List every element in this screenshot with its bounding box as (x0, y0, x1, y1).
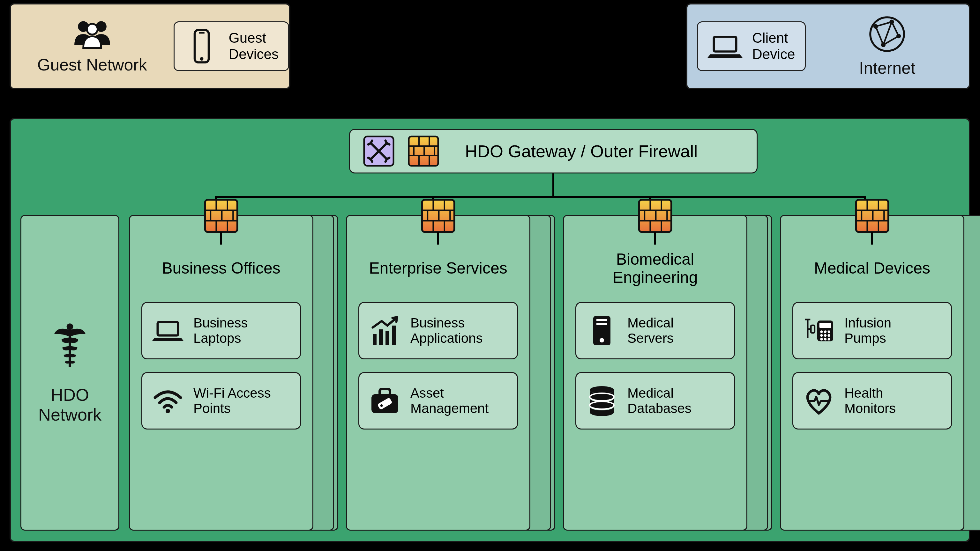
segment-3: Medical Devices Infusion Pumps Health Mo… (780, 215, 980, 530)
pump-icon (803, 315, 835, 346)
connector (600, 46, 687, 48)
phone-icon (184, 29, 219, 64)
router-icon (363, 135, 395, 167)
segment-item-label: Asset Management (410, 386, 488, 416)
globe-icon (868, 15, 906, 53)
segment-title: Biomedical Engineering (606, 248, 704, 289)
segment-item: Wi-Fi Access Points (142, 372, 301, 430)
guest-network-zone: Guest Network Guest Devices (10, 3, 290, 89)
server-icon (586, 315, 618, 346)
internet-zone: Client Device Internet (686, 3, 970, 89)
segment-title: Business Offices (156, 248, 286, 289)
segment-panel: Biomedical Engineering Medical Servers M… (563, 215, 748, 530)
segment-item-label: Medical Databases (627, 386, 692, 416)
svg-line-9 (892, 22, 899, 36)
svg-point-16 (881, 43, 886, 47)
segment-item: Infusion Pumps (792, 302, 952, 359)
people-icon (70, 18, 115, 50)
gateway-box: HDO Gateway / Outer Firewall (349, 129, 757, 173)
hdo-network-label: HDO Network (38, 385, 102, 424)
caduceus-icon (49, 321, 91, 372)
segment-item-label: Health Monitors (845, 386, 896, 416)
connector (600, 46, 602, 129)
segment-item-label: Business Applications (410, 315, 482, 346)
segment-item: Health Monitors (792, 372, 952, 430)
segment-1: Enterprise Services Business Application… (346, 215, 547, 530)
connector (871, 232, 873, 245)
internet-title: Internet (859, 58, 915, 78)
firewall-icon (638, 198, 673, 233)
hdo-zone: HDO Gateway / Outer Firewall HDO Network… (10, 118, 970, 542)
laptop-icon (152, 315, 184, 346)
firewall-icon (421, 198, 456, 233)
client-device-box: Client Device (697, 21, 806, 71)
segment-item-label: Business Laptops (193, 315, 248, 346)
connector (290, 46, 466, 48)
connector (466, 46, 468, 129)
connector (552, 173, 554, 196)
hdo-network-sidebar: HDO Network (21, 215, 119, 530)
segment-item-label: Wi-Fi Access Points (193, 386, 271, 416)
segment-panel: Enterprise Services Business Application… (346, 215, 530, 530)
svg-point-4 (200, 57, 203, 60)
segment-panel: Business Offices Business Laptops Wi-Fi … (129, 215, 313, 530)
firewall-icon (407, 135, 439, 167)
connector (215, 196, 866, 198)
segment-2: Biomedical Engineering Medical Servers M… (563, 215, 764, 530)
segment-item-label: Infusion Pumps (845, 315, 891, 346)
svg-point-14 (889, 19, 894, 24)
svg-point-2 (87, 24, 98, 35)
svg-point-13 (873, 24, 878, 29)
firewall-icon (854, 198, 890, 233)
gateway-label: HDO Gateway / Outer Firewall (465, 141, 698, 161)
svg-line-8 (876, 22, 892, 27)
segment-item: Business Laptops (142, 302, 301, 359)
segment-item-label: Medical Servers (627, 315, 674, 346)
chart-icon (369, 315, 401, 346)
connector (437, 232, 439, 245)
guest-devices-box: Guest Devices (173, 21, 290, 71)
guest-network-title: Guest Network (37, 55, 147, 74)
connector (654, 232, 656, 245)
svg-line-11 (876, 27, 883, 45)
guest-devices-label: Guest Devices (229, 30, 279, 62)
firewall-icon (204, 198, 239, 233)
svg-point-15 (896, 34, 901, 38)
wifi-icon (152, 385, 184, 417)
laptop-icon (708, 29, 743, 64)
segment-0: Business Offices Business Laptops Wi-Fi … (129, 215, 330, 530)
client-device-label: Client Device (752, 30, 795, 62)
svg-rect-6 (714, 37, 736, 51)
segment-item: Business Applications (358, 302, 518, 359)
segment-title: Medical Devices (808, 248, 937, 289)
segment-item: Medical Servers (575, 302, 735, 359)
connector (220, 232, 222, 245)
segment-title: Enterprise Services (363, 248, 514, 289)
heart-icon (803, 385, 835, 417)
segment-item: Asset Management (358, 372, 518, 430)
segment-panel: Medical Devices Infusion Pumps Health Mo… (780, 215, 964, 530)
bag-icon (369, 385, 401, 417)
segment-item: Medical Databases (575, 372, 735, 430)
database-icon (586, 385, 618, 417)
